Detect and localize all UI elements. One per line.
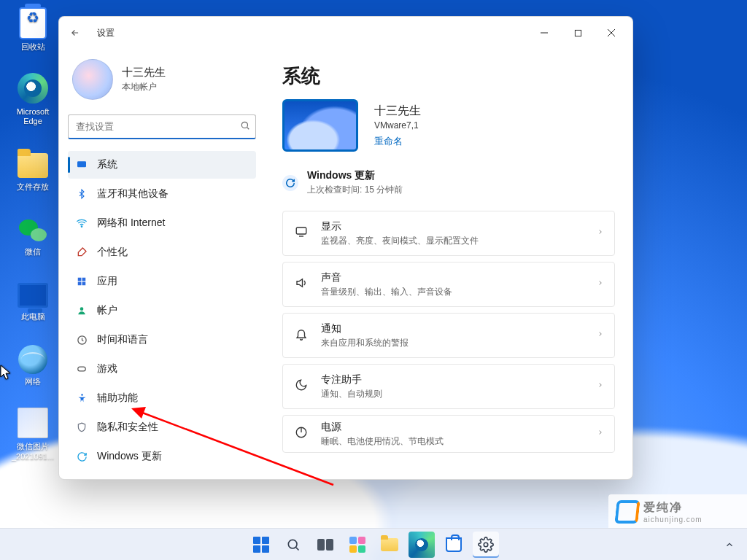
taskbar-edge[interactable] [409, 532, 435, 558]
bluetooth-icon [75, 187, 88, 201]
card-display[interactable]: 显示 监视器、亮度、夜间模式、显示配置文件 [282, 211, 615, 256]
brush-icon [75, 246, 88, 259]
back-button[interactable] [65, 23, 85, 43]
widgets-icon [349, 537, 365, 553]
card-title: 专注助手 [321, 373, 382, 386]
chevron-right-icon [597, 380, 604, 393]
svg-rect-8 [78, 278, 82, 281]
card-title: 显示 [321, 220, 479, 233]
folder-icon [18, 153, 48, 178]
sidebar-item-windows-update[interactable]: Windows 更新 [68, 443, 256, 470]
windows-logo-icon [253, 537, 269, 553]
sidebar-item-network[interactable]: 网络和 Internet [68, 209, 256, 237]
minimize-button[interactable] [527, 21, 561, 44]
card-sound[interactable]: 声音 音量级别、输出、输入、声音设备 [282, 262, 615, 307]
sidebar-item-accessibility[interactable]: 辅助功能 [68, 384, 256, 412]
update-title: Windows 更新 [307, 169, 403, 182]
sidebar-item-label: 个性化 [97, 246, 128, 259]
card-title: 电源 [321, 421, 444, 434]
taskbar-settings[interactable] [473, 532, 499, 558]
wifi-icon [75, 217, 88, 230]
accessibility-icon [75, 392, 88, 405]
task-view-button[interactable] [312, 532, 338, 558]
start-button[interactable] [248, 532, 274, 558]
desktop-icon-folder[interactable]: 文件存放 [4, 147, 61, 192]
svg-rect-11 [82, 282, 86, 286]
desktop-icon-label: 此电脑 [21, 312, 45, 322]
desktop-icon-network[interactable]: 网络 [4, 342, 61, 386]
wechat-icon [19, 219, 47, 241]
moon-icon [293, 378, 309, 394]
taskbar-search[interactable] [280, 532, 306, 558]
rename-link[interactable]: 重命名 [374, 135, 403, 148]
desktop-icon-label: 文件存放 [17, 182, 49, 192]
desktop-icons-column: ♻ 回收站 Microsoft Edge 文件存放 微信 此电脑 网络 微信图片… [4, 7, 61, 462]
card-notifications[interactable]: 通知 来自应用和系统的警报 [282, 313, 615, 358]
search-icon [240, 120, 250, 133]
desktop-icon-this-pc[interactable]: 此电脑 [4, 277, 61, 322]
refresh-icon [75, 450, 88, 463]
card-title: 通知 [321, 322, 409, 335]
content-area: 系统 十三先生 VMware7,1 重命名 Windows 更新 上次检查时间:… [265, 49, 632, 479]
microsoft-store-button[interactable] [441, 532, 467, 558]
bell-icon [293, 327, 309, 343]
sidebar-item-apps[interactable]: 应用 [68, 268, 256, 295]
sidebar-item-label: Windows 更新 [97, 450, 162, 463]
desktop-icon-label: 微信图片 _2021091... [12, 442, 54, 461]
desktop-icon-wechat[interactable]: 微信 [4, 212, 61, 257]
shield-icon [75, 421, 88, 434]
refresh-icon [282, 175, 298, 191]
svg-point-15 [81, 394, 83, 396]
sidebar-item-bluetooth[interactable]: 蓝牙和其他设备 [68, 180, 256, 208]
widgets-button[interactable] [344, 532, 371, 558]
chevron-right-icon [597, 227, 604, 240]
sidebar-item-accounts[interactable]: 帐户 [68, 297, 256, 324]
device-image [282, 99, 358, 152]
card-power[interactable]: 电源 睡眠、电池使用情况、节电模式 [282, 415, 615, 453]
sidebar-item-label: 隐私和安全性 [97, 421, 158, 434]
close-button[interactable] [595, 21, 628, 44]
sidebar-item-label: 辅助功能 [97, 392, 138, 405]
svg-rect-6 [77, 161, 86, 167]
settings-cards: 显示 监视器、亮度、夜间模式、显示配置文件 声音 音量级别、输出、输入、声音设备 [282, 211, 615, 453]
sidebar-item-gaming[interactable]: 游戏 [68, 355, 256, 383]
search-icon [286, 537, 301, 552]
tray-expand-button[interactable] [716, 532, 743, 558]
svg-rect-10 [78, 282, 82, 286]
desktop-icon-recycle-bin[interactable]: ♻ 回收站 [4, 7, 61, 52]
sidebar-item-system[interactable]: 系统 [68, 151, 256, 179]
search-input[interactable] [68, 114, 256, 139]
edge-icon [18, 73, 48, 104]
device-model: VMware7,1 [374, 120, 421, 131]
desktop-icon-image-file[interactable]: 微信图片 _2021091... [4, 407, 61, 461]
sidebar-item-privacy[interactable]: 隐私和安全性 [68, 413, 256, 441]
sidebar-item-label: 时间和语言 [97, 333, 148, 346]
device-name: 十三先生 [374, 104, 421, 119]
arrow-left-icon [70, 28, 80, 38]
file-explorer-button[interactable] [376, 532, 403, 558]
sidebar-user[interactable]: 十三先生 本地帐户 [68, 56, 256, 106]
desktop-icon-label: 微信 [25, 247, 41, 257]
svg-point-12 [80, 307, 84, 311]
chevron-right-icon [597, 278, 604, 291]
sidebar-item-time-language[interactable]: 时间和语言 [68, 326, 256, 354]
windows-update-status[interactable]: Windows 更新 上次检查时间: 15 分钟前 [282, 169, 615, 196]
page-title: 系统 [282, 63, 615, 89]
watermark-text-cn: 爱纯净 [643, 500, 703, 516]
user-account-type: 本地帐户 [122, 81, 166, 93]
desktop-icon-label: Microsoft Edge [17, 107, 50, 126]
sidebar-nav: 系统 蓝牙和其他设备 网络和 Internet 个性化 应用 [68, 151, 256, 470]
display-icon [293, 225, 309, 241]
minimize-icon [540, 28, 549, 37]
sidebar-item-personalize[interactable]: 个性化 [68, 238, 256, 266]
recycle-icon: ♻ [20, 9, 45, 26]
card-subtitle: 音量级别、输出、输入、声音设备 [321, 286, 452, 298]
desktop-icon-edge[interactable]: Microsoft Edge [4, 72, 61, 126]
power-icon [293, 426, 309, 442]
card-focus-assist[interactable]: 专注助手 通知、自动规则 [282, 364, 615, 409]
svg-rect-9 [82, 278, 86, 281]
maximize-button[interactable] [561, 21, 595, 44]
sidebar-item-label: 蓝牙和其他设备 [97, 187, 169, 201]
maximize-icon [574, 29, 582, 37]
card-subtitle: 监视器、亮度、夜间模式、显示配置文件 [321, 235, 479, 247]
